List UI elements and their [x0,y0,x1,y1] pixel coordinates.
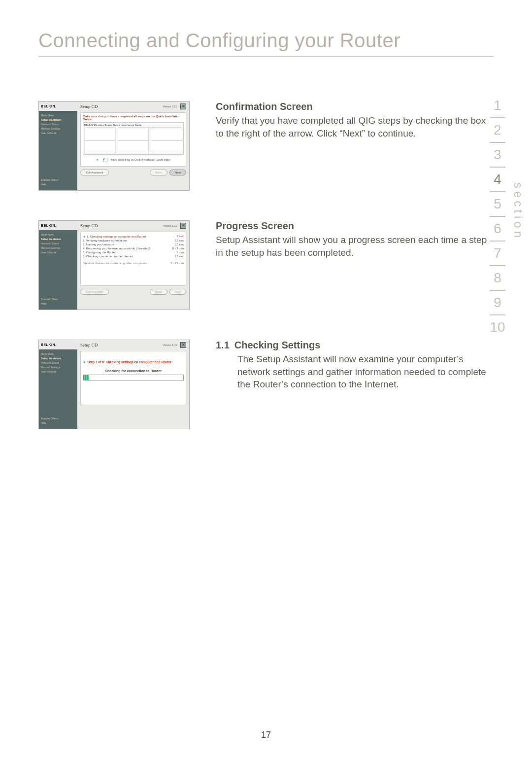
nav-main-menu[interactable]: Main Menu [41,352,75,355]
section-nav-item[interactable]: 8 [483,266,512,290]
brand-logo: BELKIN. [39,102,77,111]
progress-optional: Optional: Assistance connecting other co… [83,261,184,265]
screenshot-checking: BELKIN. Main Menu Setup Assistant Networ… [38,340,190,429]
progress-step: 2. Verifying hardware connections 15 sec [83,239,184,242]
screenshot-confirmation: BELKIN. Main Menu Setup Assistant Networ… [38,101,190,191]
window-title: Setup CD [80,343,98,347]
nav-special-offers[interactable]: Special Offers [41,178,75,181]
nav-special-offers[interactable]: Special Offers [41,298,75,301]
heading-confirmation: Confirmation Screen [216,101,494,112]
section-nav: 12345678910 [483,94,512,339]
body-checking: The Setup Assistant will now examine you… [216,353,494,391]
progress-bar [83,375,184,380]
confirm-checkbox[interactable] [103,158,107,162]
progress-list: ➔1. Checking settings on computer and Ro… [83,234,184,265]
brand-logo: BELKIN. [39,221,77,230]
row-checking: BELKIN. Main Menu Setup Assistant Networ… [38,340,494,429]
nav-main-menu[interactable]: Main Menu [41,114,75,117]
row-progress: BELKIN. Main Menu Setup Assistant Networ… [38,220,494,310]
next-button[interactable]: Next [169,170,186,175]
qig-header: BELKIN Wireless Router Quick Installatio… [84,124,182,126]
arrow-icon: ➔ [96,158,99,161]
body-progress: Setup Assistant will show you a progress… [216,234,494,259]
exit-assistant-button[interactable]: Exit Assistant [80,289,109,295]
window-title: Setup CD [80,223,98,228]
section-nav-item[interactable]: 9 [483,291,512,314]
version-label: Version 1.0.2 [163,105,177,108]
body-confirmation: Verify that you have completed all QIG s… [216,114,494,139]
progress-step: 3. Naming your network 15 sec [83,242,184,246]
page-title: Connecting and Configuring your Router [38,30,494,52]
heading-number: 1.1 [216,340,230,351]
heading-progress: Progress Screen [216,220,494,232]
progress-step: 5. Configuring the Router 1 min [83,250,184,254]
progress-step: ➔1. Checking settings on computer and Ro… [83,234,184,239]
close-icon[interactable]: ✕ [180,104,186,109]
nav-user-manual[interactable]: User Manual [41,132,75,135]
nav-help[interactable]: Help [41,302,75,305]
version-label: Version 1.0.2 [163,224,177,227]
exit-assistant-button[interactable]: Exit Assistant [80,170,109,175]
instruction-text: Make sure that you have completed all st… [83,115,184,121]
page-number: 17 [0,730,532,740]
nav-user-manual[interactable]: User Manual [41,251,75,254]
nav-help[interactable]: Help [41,183,75,186]
version-label: Version 1.0.2 [163,344,177,346]
nav-network-status[interactable]: Network Status [41,361,75,364]
nav-manual-settings[interactable]: Manual Settings [41,127,75,130]
progress-step: 6. Checking connection to the Internet 1… [83,254,184,258]
back-button[interactable]: Back [150,170,167,175]
qig-thumbnail: BELKIN Wireless Router Quick Installatio… [83,122,184,155]
row-confirmation: BELKIN. Main Menu Setup Assistant Networ… [38,101,494,191]
brand-logo: BELKIN. [39,340,77,349]
window-title: Setup CD [80,104,98,109]
section-nav-item[interactable]: 1 [483,94,512,117]
nav-special-offers[interactable]: Special Offers [41,417,75,420]
section-nav-item[interactable]: 2 [483,118,512,142]
section-nav-item[interactable]: 10 [483,315,512,339]
heading-text: Checking Settings [234,340,320,351]
arrow-icon: ➔ [83,360,86,364]
nav-main-menu[interactable]: Main Menu [41,233,75,236]
step-line: Step 1 of 6: Checking settings on comput… [88,360,171,364]
nav-setup-assistant[interactable]: Setup Assistant [41,238,75,241]
section-nav-item[interactable]: 3 [483,143,512,167]
next-button[interactable]: Next [169,289,186,295]
nav-setup-assistant[interactable]: Setup Assistant [41,357,75,360]
nav-manual-settings[interactable]: Manual Settings [41,246,75,249]
nav-user-manual[interactable]: User Manual [41,370,75,373]
section-nav-item[interactable]: 6 [483,217,512,241]
nav-setup-assistant[interactable]: Setup Assistant [41,118,75,121]
close-icon[interactable]: ✕ [180,342,186,348]
section-nav-item[interactable]: 5 [483,192,512,216]
title-rule [38,56,494,57]
confirm-label: I have completed all Quick Installation … [109,158,170,161]
section-label: section [511,182,525,241]
nav-network-status[interactable]: Network Status [41,123,75,126]
section-nav-item[interactable]: 4 [483,168,512,191]
nav-manual-settings[interactable]: Manual Settings [41,366,75,369]
checking-label: Checking for connection to Router [83,369,184,373]
heading-checking: 1.1 Checking Settings [216,340,494,351]
screenshot-progress: BELKIN. Main Menu Setup Assistant Networ… [38,220,190,310]
close-icon[interactable]: ✕ [180,223,186,229]
back-button[interactable]: Back [150,289,167,295]
section-nav-item[interactable]: 7 [483,242,512,265]
nav-network-status[interactable]: Network Status [41,242,75,245]
progress-step: 4. Requesting your Internet account info… [83,246,184,250]
nav-help[interactable]: Help [41,421,75,424]
